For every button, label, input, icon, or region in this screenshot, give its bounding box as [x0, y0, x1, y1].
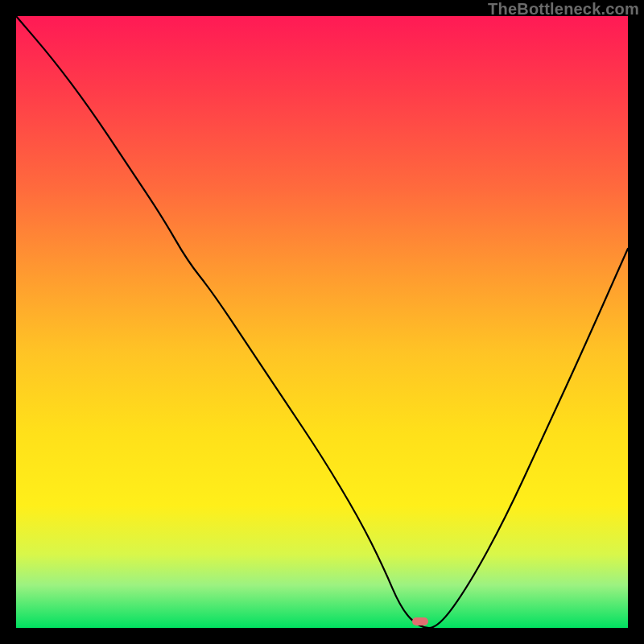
optimal-point-marker — [412, 617, 428, 625]
chart-frame: TheBottleneck.com — [0, 0, 644, 644]
watermark-text: TheBottleneck.com — [488, 0, 639, 19]
curve-path — [16, 16, 628, 628]
bottleneck-curve — [16, 16, 628, 628]
